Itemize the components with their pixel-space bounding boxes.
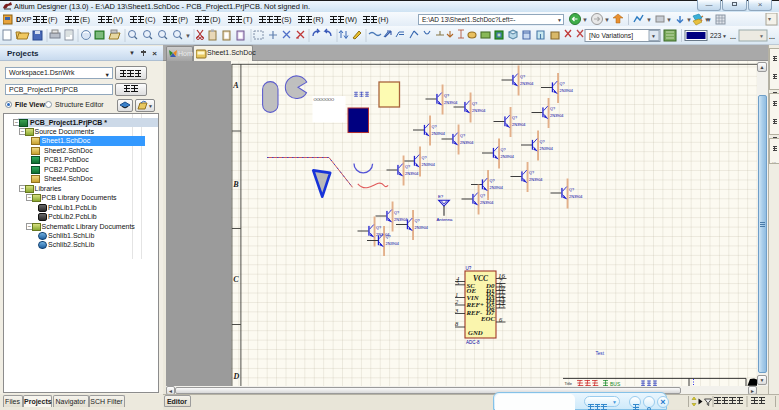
svg-text:3: 3: [454, 307, 459, 314]
svg-text:Test: Test: [596, 351, 605, 356]
svg-text:Title: Title: [565, 381, 573, 386]
svg-text:6: 6: [499, 316, 503, 323]
svg-text:▼: ▼: [759, 33, 764, 39]
svg-text:A: A: [232, 81, 239, 90]
svg-text:OE: OE: [467, 287, 477, 294]
svg-text:B: B: [232, 180, 239, 189]
svg-text:EOC: EOC: [480, 315, 495, 322]
svg-text:15: 15: [498, 302, 505, 309]
svg-text:▼: ▼: [704, 17, 710, 23]
svg-text:223: 223: [710, 32, 722, 39]
svg-text:REF+: REF+: [466, 301, 485, 308]
svg-text:1: 1: [455, 291, 458, 298]
svg-text:ADC-8: ADC-8: [466, 340, 480, 345]
svg-text:...: ...: [730, 33, 736, 40]
svg-text:...: ...: [769, 33, 775, 40]
svg-text:Antenna: Antenna: [437, 217, 454, 222]
svg-text:▼: ▼: [651, 33, 656, 39]
svg-text:OOOOOOO: OOOOOOO: [314, 97, 334, 102]
svg-text:VIN: VIN: [467, 294, 480, 301]
svg-text:GND: GND: [468, 329, 483, 336]
svg-text:8: 8: [455, 320, 459, 327]
svg-text:C: C: [233, 275, 239, 284]
svg-text:▼: ▼: [185, 33, 191, 39]
svg-text:E?: E?: [438, 194, 444, 199]
svg-text:2: 2: [455, 298, 459, 305]
svg-text:▼: ▼: [646, 17, 652, 23]
svg-text:[No Variations]: [No Variations]: [589, 32, 633, 40]
svg-text:▾: ▾: [768, 16, 771, 22]
svg-text:D: D: [232, 372, 239, 381]
svg-text:U?: U?: [466, 266, 472, 271]
svg-text:▼: ▼: [604, 17, 610, 23]
svg-text:▼: ▼: [666, 17, 672, 23]
svg-text:▼: ▼: [722, 33, 727, 39]
svg-text:▼: ▼: [582, 17, 588, 23]
